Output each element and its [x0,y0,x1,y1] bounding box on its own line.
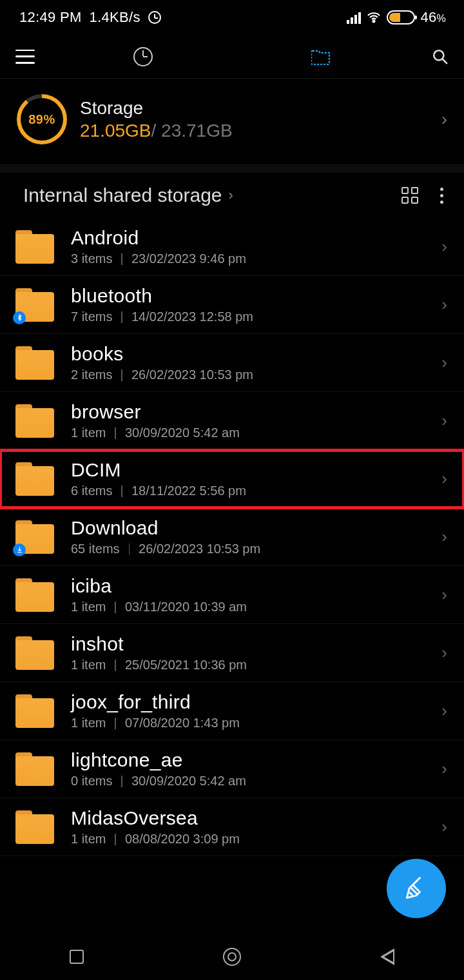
signal-icon [347,11,361,24]
chevron-right-icon: › [441,585,447,605]
bluetooth-badge-icon [13,311,26,324]
menu-button[interactable] [15,50,35,64]
folder-row[interactable]: MidasOversea1 item08/08/2020 3:09 pm› [0,798,464,856]
folder-name: Android [71,227,435,249]
folder-row[interactable]: joox_for_third1 item07/08/2020 1:43 pm› [0,682,464,740]
wifi-icon [366,10,382,25]
folder-name: inshot [71,633,435,655]
folder-icon [15,404,54,438]
chevron-right-icon: › [441,295,447,315]
status-time: 12:49 PM [19,9,82,26]
folder-icon [15,288,54,322]
broom-icon [402,874,430,903]
storage-label: Storage [80,98,429,119]
folder-meta: 3 items23/02/2023 9:46 pm [71,251,435,266]
chevron-right-icon: › [441,411,447,431]
folder-meta: 65 items26/02/2023 10:53 pm [71,542,435,556]
more-options-button[interactable] [440,188,447,204]
folder-list: Android3 items23/02/2023 9:46 pm›bluetoo… [0,218,464,856]
chevron-right-icon: › [441,759,447,779]
download-badge-icon [13,544,26,556]
folder-name: DCIM [71,459,435,481]
folder-name: joox_for_third [71,691,435,713]
nav-back-button[interactable] [380,948,394,965]
folder-row[interactable]: bluetooth7 items14/02/2023 12:58 pm› [0,276,464,334]
breadcrumb[interactable]: Internal shared storage› [23,184,233,206]
folder-name: iciba [71,575,435,597]
folder-meta: 1 item08/08/2020 3:09 pm [71,832,435,847]
folder-icon [15,346,54,380]
chevron-right-icon: › [441,469,447,489]
folder-meta: 1 item03/11/2020 10:39 am [71,600,435,614]
folder-icon [15,520,54,554]
folder-row[interactable]: Android3 items23/02/2023 9:46 pm› [0,218,464,276]
chevron-right-icon: › [441,643,447,663]
chevron-right-icon: › [441,353,447,373]
view-grid-button[interactable] [401,187,418,204]
tab-recent[interactable] [133,47,153,66]
folder-icon [15,578,54,612]
folder-row[interactable]: DCIM6 items18/11/2022 5:56 pm› [0,450,464,508]
folder-name: browser [71,401,435,423]
nav-home-button[interactable] [223,948,241,966]
folder-meta: 0 items30/09/2020 5:42 am [71,774,435,789]
clean-fab[interactable] [387,859,446,918]
folder-icon [15,462,54,496]
svg-point-0 [373,21,375,23]
folder-meta: 1 item07/08/2020 1:43 pm [71,716,435,730]
status-bar: 12:49 PM 1.4KB/s 46% [0,0,464,35]
storage-numbers: 21.05GB/ 23.71GB [80,121,429,141]
folder-icon [15,694,54,728]
chevron-right-icon: › [441,109,447,130]
folder-row[interactable]: iciba1 item03/11/2020 10:39 am› [0,566,464,624]
breadcrumb-row: Internal shared storage› [0,173,464,218]
storage-card[interactable]: 89% Storage 21.05GB/ 23.71GB › [0,79,464,164]
alarm-icon [148,11,161,24]
folder-name: Download [71,517,435,539]
folder-row[interactable]: Download65 items26/02/2023 10:53 pm› [0,508,464,566]
battery-percent: 46% [420,9,446,26]
folder-meta: 7 items14/02/2023 12:58 pm [71,309,435,324]
chevron-right-icon: › [441,527,447,547]
folder-meta: 6 items18/11/2022 5:56 pm [71,484,435,498]
storage-ring: 89% [17,94,67,144]
folder-meta: 1 item25/05/2021 10:36 pm [71,658,435,672]
system-nav-bar [0,934,464,980]
folder-meta: 1 item30/09/2020 5:42 am [71,426,435,440]
folder-meta: 2 items26/02/2023 10:53 pm [71,368,435,382]
folder-icon [15,752,54,786]
folder-icon [15,810,54,844]
svg-point-1 [434,50,443,60]
folder-row[interactable]: books2 items26/02/2023 10:53 pm› [0,334,464,392]
status-net-speed: 1.4KB/s [90,9,140,26]
section-divider [0,164,464,173]
battery-icon [387,10,415,24]
chevron-right-icon: › [441,701,447,721]
search-button[interactable] [432,48,449,65]
svg-line-3 [410,892,412,895]
top-tab-bar [0,35,464,79]
folder-name: MidasOversea [71,807,435,829]
folder-row[interactable]: inshot1 item25/05/2021 10:36 pm› [0,624,464,682]
folder-row[interactable]: lightcone_ae0 items30/09/2020 5:42 am› [0,740,464,798]
tab-files[interactable] [311,48,331,65]
folder-icon [15,636,54,670]
svg-line-2 [442,59,447,64]
folder-name: bluetooth [71,285,435,307]
nav-recents-button[interactable] [70,950,84,964]
folder-row[interactable]: browser1 item30/09/2020 5:42 am› [0,392,464,450]
chevron-right-icon: › [229,187,233,204]
folder-name: books [71,343,435,365]
chevron-right-icon: › [441,237,447,257]
folder-name: lightcone_ae [71,749,435,771]
chevron-right-icon: › [441,817,447,837]
folder-icon [15,230,54,264]
